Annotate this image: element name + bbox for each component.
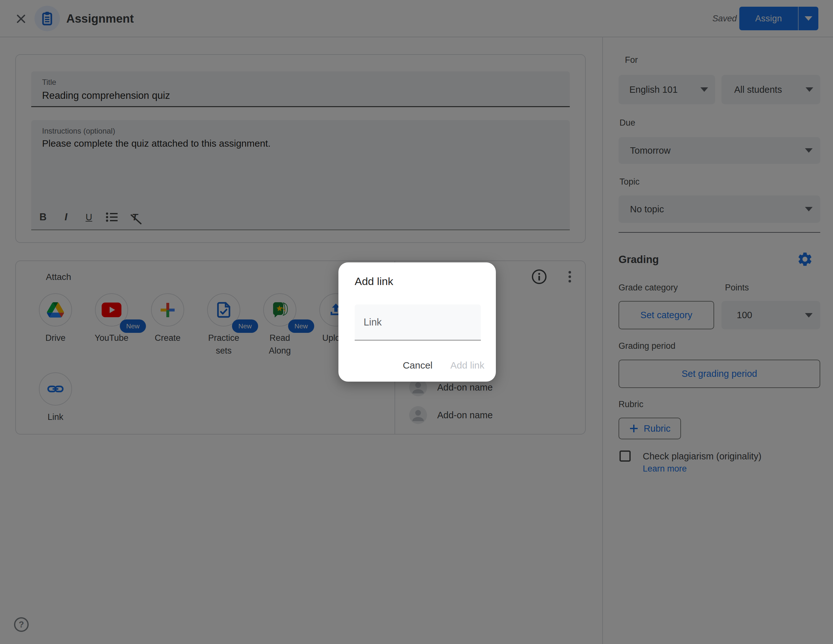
link-input[interactable] xyxy=(355,304,481,340)
add-link-dialog: Add link Cancel Add link xyxy=(338,262,496,382)
assignment-screen: Assignment Saved Assign Title Instructio… xyxy=(0,0,833,644)
link-field xyxy=(355,304,481,340)
cancel-button[interactable]: Cancel xyxy=(402,357,434,374)
dialog-title: Add link xyxy=(355,275,393,288)
add-link-button[interactable]: Add link xyxy=(449,357,486,374)
dialog-actions: Cancel Add link xyxy=(402,357,486,374)
